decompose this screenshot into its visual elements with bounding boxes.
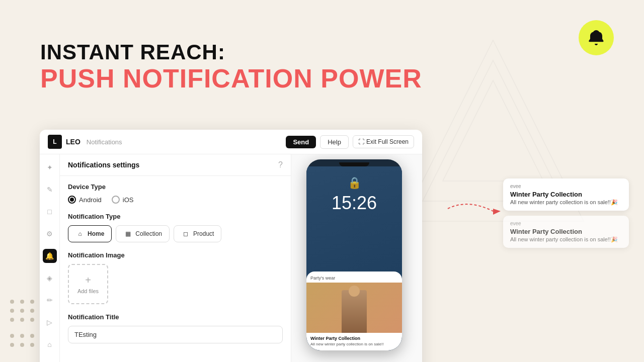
sidebar-icon-notifications[interactable]: 🔔 [43,249,57,263]
sidebar-icon-tag[interactable]: ◈ [43,271,57,285]
sidebar-icon-settings[interactable]: ⚙ [43,227,57,241]
notification-type-group: ⌂ Home ▦ Collection ◻ Product [68,225,283,242]
device-type-radio-group: Android iOS [68,196,283,204]
header-actions: Send Help ⛶ Exit Full Screen [286,135,414,149]
phone-screen: 🔒 15:26 Party's wear Winter Party Collec… [306,166,402,350]
sidebar-icon-home[interactable]: ⌂ [43,337,57,351]
notif-title-2: Winter Party Collection [510,228,622,235]
lock-icon: 🔒 [348,176,361,190]
fullscreen-icon: ⛶ [358,138,364,145]
sidebar-icon-pen[interactable]: ✏ [43,293,57,307]
hero-line2: PUSH NOTIFICATION POWER [40,64,422,93]
decorative-dots-1 [10,300,35,322]
type-product-button[interactable]: ◻ Product [174,225,221,242]
hero-line1: INSTANT REACH: [40,40,422,64]
logo-icon: L [48,135,62,149]
notification-popups-area: evee Winter Party Collection All new win… [503,178,629,253]
ios-label: iOS [123,196,134,204]
notification-popup-1: evee Winter Party Collection All new win… [503,178,629,211]
phone-app-content: Party's wear Winter Party Collection All… [306,272,402,350]
android-radio[interactable]: Android [68,196,102,204]
settings-help-icon[interactable]: ? [278,160,283,169]
sidebar-icon-sparkle[interactable]: ✦ [43,160,57,174]
phone-content-label: Party's wear [306,272,402,283]
settings-title: Notifications settings [68,161,139,169]
notif-brand-1: evee [510,184,622,189]
phone-notch [339,162,369,166]
notification-title-label: Notification Title [68,313,283,321]
fullscreen-button[interactable]: ⛶ Exit Full Screen [353,135,414,148]
sidebar: ✦ ✎ □ ⚙ 🔔 ◈ ✏ ▷ ⌂ ⚡ [40,154,60,362]
device-type-section: Device Type Android iOS [68,183,283,204]
svg-marker-3 [493,209,501,215]
logo-area: L LEO Notifications [48,135,122,149]
sidebar-icon-play[interactable]: ▷ [43,315,57,329]
logo-name: LEO [66,138,80,146]
collection-notif-icon: ▦ [123,229,132,238]
notification-title-input[interactable] [68,326,283,343]
phone-mockup: 🔒 15:26 Party's wear Winter Party Collec… [306,159,402,350]
ios-radio-circle [112,196,120,204]
ui-body: ✦ ✎ □ ⚙ 🔔 ◈ ✏ ▷ ⌂ ⚡ Notifications settin… [40,154,422,362]
add-files-label: Add files [77,288,99,294]
bell-badge [579,20,614,55]
hero-text-area: INSTANT REACH: PUSH NOTIFICATION POWER [40,40,422,93]
product-notif-icon: ◻ [181,229,190,238]
notif-text-2: All new winter party collection is on sa… [510,236,622,243]
notif-text-1: All new winter party collection is on sa… [510,199,622,206]
notification-type-section: Notification Type ⌂ Home ▦ Collection ◻ [68,213,283,242]
phone-product-image [306,283,402,333]
phone-time: 15:26 [332,193,377,214]
image-upload-box[interactable]: + Add files [68,264,108,304]
phone-product-sub: All new winter party collection is on sa… [306,342,402,350]
android-label: Android [79,196,102,204]
settings-content: Device Type Android iOS [60,176,291,359]
send-button[interactable]: Send [286,136,316,148]
notif-brand-2: evee [510,221,622,226]
sidebar-icon-bolt[interactable]: ⚡ [43,359,57,362]
ui-header: L LEO Notifications Send Help ⛶ Exit Ful… [40,130,422,154]
bell-icon [587,29,605,47]
notification-title-section: Notification Title [68,313,283,343]
settings-panel: Notifications settings ? Device Type And… [60,154,291,362]
phone-product-title: Winter Party Collection [306,333,402,342]
decorative-dots-2 [10,334,35,347]
notif-title-1: Winter Party Collection [510,191,622,198]
device-type-label: Device Type [68,183,283,191]
sidebar-icon-page[interactable]: □ [43,205,57,219]
settings-header: Notifications settings ? [60,154,291,176]
android-radio-circle [68,196,76,204]
home-notif-icon: ⌂ [75,229,85,238]
phone-preview: 🔒 15:26 Party's wear Winter Party Collec… [291,154,422,362]
type-collection-button[interactable]: ▦ Collection [116,225,170,242]
ui-card: L LEO Notifications Send Help ⛶ Exit Ful… [40,130,422,362]
logo-section: Notifications [87,138,122,146]
curved-arrow [443,194,508,224]
sidebar-icon-edit[interactable]: ✎ [43,183,57,197]
upload-plus-icon: + [85,275,91,286]
type-home-button[interactable]: ⌂ Home [68,225,112,242]
notification-popup-2: evee Winter Party Collection All new win… [503,216,629,248]
help-button[interactable]: Help [320,135,349,149]
notification-image-label: Notification Image [68,251,283,259]
notification-type-label: Notification Type [68,213,283,220]
ios-radio[interactable]: iOS [112,196,134,204]
notification-image-section: Notification Image + Add files [68,251,283,304]
